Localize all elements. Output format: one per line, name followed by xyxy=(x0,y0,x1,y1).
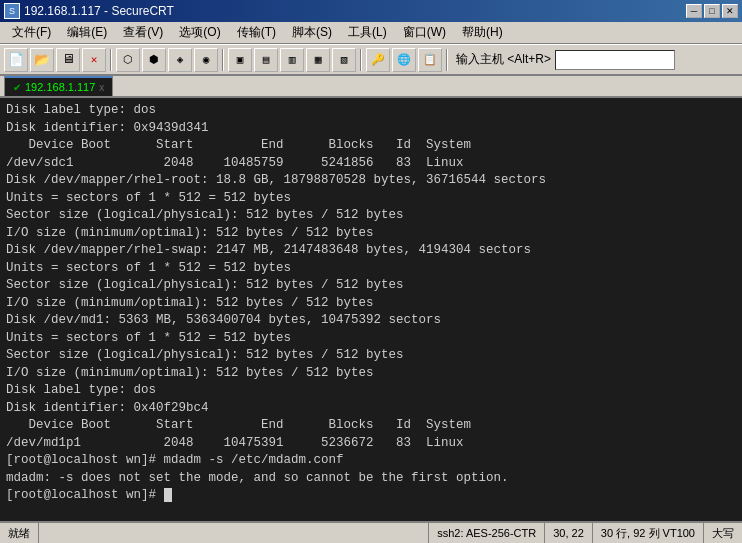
toolbar-btn-10[interactable]: 🔑 xyxy=(366,48,390,72)
app-window: S 192.168.1.117 - SecureCRT ─ □ ✕ 文件(F) … xyxy=(0,0,742,543)
tab-check-icon: ✔ xyxy=(13,82,21,93)
menu-help[interactable]: 帮助(H) xyxy=(454,22,511,43)
status-spacer xyxy=(39,523,429,543)
status-terminal-info: 30 行, 92 列 VT100 xyxy=(593,523,704,543)
menu-window[interactable]: 窗口(W) xyxy=(395,22,454,43)
terminal-line: Disk label type: dos xyxy=(6,102,736,120)
status-encryption: ssh2: AES-256-CTR xyxy=(429,523,545,543)
toolbar-btn-3[interactable]: ◈ xyxy=(168,48,192,72)
close-button[interactable]: ✕ xyxy=(722,4,738,18)
toolbar-btn-6[interactable]: ▤ xyxy=(254,48,278,72)
host-input-area: 输入主机 <Alt+R> xyxy=(456,50,675,70)
terminal-line: Disk identifier: 0x9439d341 xyxy=(6,120,736,138)
tab-close-icon[interactable]: x xyxy=(99,82,104,93)
title-bar-left: S 192.168.1.117 - SecureCRT xyxy=(4,3,174,19)
terminal-line: /dev/md1p1 2048 10475391 5236672 83 Linu… xyxy=(6,435,736,453)
terminal-line: [root@localhost wn]# xyxy=(6,487,736,505)
toolbar-btn-2[interactable]: ⬢ xyxy=(142,48,166,72)
toolbar-separator-1 xyxy=(110,49,112,71)
terminal-line: Sector size (logical/physical): 512 byte… xyxy=(6,347,736,365)
terminal-line: Sector size (logical/physical): 512 byte… xyxy=(6,207,736,225)
toolbar-separator-3 xyxy=(360,49,362,71)
toolbar-btn-11[interactable]: 🌐 xyxy=(392,48,416,72)
host-input-label: 输入主机 <Alt+R> xyxy=(456,51,551,68)
menu-bar: 文件(F) 编辑(E) 查看(V) 选项(O) 传输(T) 脚本(S) 工具(L… xyxy=(0,22,742,44)
status-bar: 就绪 ssh2: AES-256-CTR 30, 22 30 行, 92 列 V… xyxy=(0,521,742,543)
toolbar-btn-12[interactable]: 📋 xyxy=(418,48,442,72)
toolbar-btn-7[interactable]: ▥ xyxy=(280,48,304,72)
toolbar-separator-4 xyxy=(446,49,448,71)
terminal-line: Units = sectors of 1 * 512 = 512 bytes xyxy=(6,260,736,278)
terminal-line: Disk identifier: 0x40f29bc4 xyxy=(6,400,736,418)
session-tab[interactable]: ✔ 192.168.1.117 x xyxy=(4,76,113,96)
toolbar-btn-disconnect[interactable]: ✕ xyxy=(82,48,106,72)
terminal-line: Disk label type: dos xyxy=(6,382,736,400)
status-cursor-pos: 30, 22 xyxy=(545,523,593,543)
terminal-line: [root@localhost wn]# mdadm -s /etc/mdadm… xyxy=(6,452,736,470)
toolbar-btn-9[interactable]: ▧ xyxy=(332,48,356,72)
minimize-button[interactable]: ─ xyxy=(686,4,702,18)
menu-script[interactable]: 脚本(S) xyxy=(284,22,340,43)
toolbar-btn-8[interactable]: ▦ xyxy=(306,48,330,72)
menu-view[interactable]: 查看(V) xyxy=(115,22,171,43)
terminal-area[interactable]: Disk label type: dosDisk identifier: 0x9… xyxy=(0,98,742,521)
terminal-line: I/O size (minimum/optimal): 512 bytes / … xyxy=(6,295,736,313)
host-input[interactable] xyxy=(555,50,675,70)
terminal-line: Disk /dev/md1: 5363 MB, 5363400704 bytes… xyxy=(6,312,736,330)
terminal-line: Disk /dev/mapper/rhel-swap: 2147 MB, 214… xyxy=(6,242,736,260)
toolbar-btn-new[interactable]: 📄 xyxy=(4,48,28,72)
title-bar: S 192.168.1.117 - SecureCRT ─ □ ✕ xyxy=(0,0,742,22)
app-icon: S xyxy=(4,3,20,19)
toolbar-btn-connect[interactable]: 🖥 xyxy=(56,48,80,72)
status-ready: 就绪 xyxy=(0,523,39,543)
window-controls: ─ □ ✕ xyxy=(686,4,738,18)
terminal-cursor xyxy=(164,488,172,502)
terminal-line: I/O size (minimum/optimal): 512 bytes / … xyxy=(6,365,736,383)
toolbar-btn-5[interactable]: ▣ xyxy=(228,48,252,72)
toolbar: 📄 📂 🖥 ✕ ⬡ ⬢ ◈ ◉ ▣ ▤ ▥ xyxy=(0,44,742,76)
terminal-line: Sector size (logical/physical): 512 byte… xyxy=(6,277,736,295)
terminal-line: Units = sectors of 1 * 512 = 512 bytes xyxy=(6,190,736,208)
toolbar-btn-1[interactable]: ⬡ xyxy=(116,48,140,72)
terminal-line: Disk /dev/mapper/rhel-root: 18.8 GB, 187… xyxy=(6,172,736,190)
terminal-line: /dev/sdc1 2048 10485759 5241856 83 Linux xyxy=(6,155,736,173)
menu-options[interactable]: 选项(O) xyxy=(171,22,228,43)
window-title: 192.168.1.117 - SecureCRT xyxy=(24,4,174,18)
tab-label: 192.168.1.117 xyxy=(25,81,95,93)
terminal-line: Units = sectors of 1 * 512 = 512 bytes xyxy=(6,330,736,348)
menu-tools[interactable]: 工具(L) xyxy=(340,22,395,43)
terminal-line: mdadm: -s does not set the mode, and so … xyxy=(6,470,736,488)
toolbar-btn-4[interactable]: ◉ xyxy=(194,48,218,72)
terminal-line: I/O size (minimum/optimal): 512 bytes / … xyxy=(6,225,736,243)
terminal-line: Device Boot Start End Blocks Id System xyxy=(6,137,736,155)
status-caps: 大写 xyxy=(704,523,742,543)
terminal-line: Device Boot Start End Blocks Id System xyxy=(6,417,736,435)
toolbar-btn-open[interactable]: 📂 xyxy=(30,48,54,72)
menu-edit[interactable]: 编辑(E) xyxy=(59,22,115,43)
maximize-button[interactable]: □ xyxy=(704,4,720,18)
tab-bar: ✔ 192.168.1.117 x xyxy=(0,76,742,98)
toolbar-separator-2 xyxy=(222,49,224,71)
menu-transfer[interactable]: 传输(T) xyxy=(229,22,284,43)
menu-file[interactable]: 文件(F) xyxy=(4,22,59,43)
